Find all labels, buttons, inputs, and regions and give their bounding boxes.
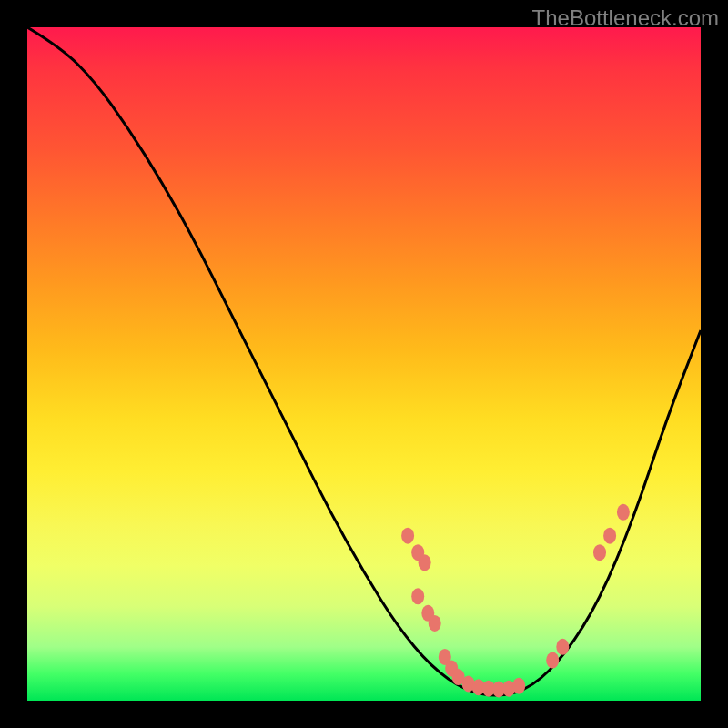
data-marker [512,678,525,694]
watermark: TheBottleneck.com [532,5,719,31]
curve-svg [27,27,701,701]
data-marker [411,588,424,604]
data-marker [429,615,441,632]
data-marker [556,639,569,655]
data-marker [593,544,606,561]
bottleneck-curve [27,27,701,695]
data-marker [419,554,431,571]
chart-plot-area [27,27,701,701]
data-marker [401,528,414,544]
data-marker [603,528,616,544]
data-marker [546,652,559,669]
data-marker [617,504,630,521]
